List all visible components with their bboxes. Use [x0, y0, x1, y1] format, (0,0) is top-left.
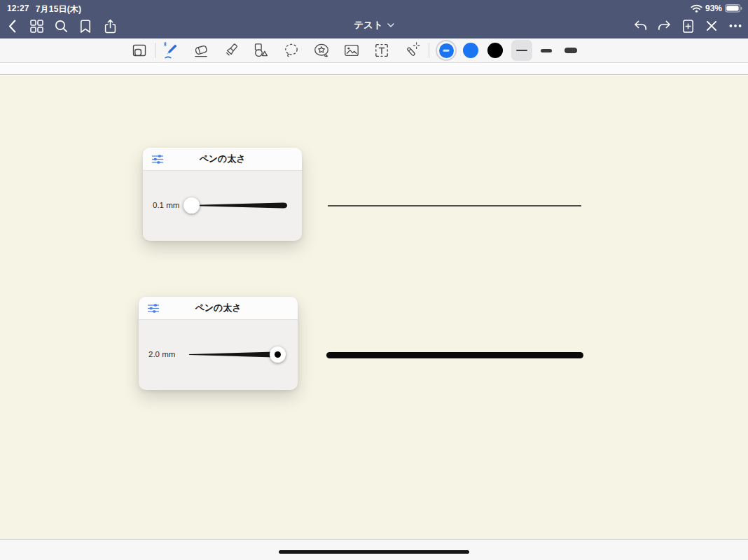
text-tool-button[interactable] [371, 40, 392, 61]
more-button[interactable] [727, 17, 744, 35]
add-page-icon [681, 19, 695, 34]
image-tool-button[interactable] [341, 40, 362, 61]
thick-stroke-icon [565, 48, 577, 53]
close-button[interactable] [703, 17, 720, 35]
color-swatch-blue[interactable] [460, 40, 481, 61]
sliders-icon [151, 154, 164, 164]
pen-icon [162, 41, 180, 59]
undo-button[interactable] [632, 17, 649, 35]
chevron-down-icon [387, 23, 394, 27]
navbar-right-group [632, 17, 744, 35]
panel-title: ペンの太さ [139, 302, 298, 314]
elements-tool-button[interactable] [311, 40, 332, 61]
toolbar-divider [155, 43, 155, 58]
lasso-tool-button[interactable] [281, 40, 302, 61]
panel-header: ペンの太さ [139, 297, 298, 320]
shapes-tool-button[interactable] [251, 40, 272, 61]
home-indicator[interactable] [279, 550, 469, 554]
pen-thickness-panel-thin: ペンの太さ 0.1 mm [143, 148, 302, 241]
pen-thickness-panel-thick: ペンの太さ 2.0 mm [139, 297, 298, 390]
image-icon [342, 41, 361, 59]
redo-button[interactable] [656, 17, 672, 35]
knob-preview-dot [275, 351, 281, 358]
panel-body: 0.1 mm [143, 171, 302, 240]
add-page-button[interactable] [679, 17, 696, 35]
document-title: テスト [354, 19, 382, 31]
zoom-window-tool-button[interactable] [129, 40, 150, 61]
drawing-canvas[interactable] [0, 76, 748, 539]
color-swatch-black[interactable] [485, 40, 506, 61]
sticker-star-icon [312, 41, 331, 59]
thickness-slider-knob[interactable] [270, 346, 286, 363]
black-color-swatch [487, 43, 503, 58]
app-screen: 12:27 7月15日(木) 93% [0, 0, 748, 560]
thickness-value: 2.0 mm [148, 350, 175, 358]
text-icon [373, 41, 391, 59]
page-top-margin [0, 64, 748, 75]
laser-pointer-icon [403, 41, 421, 59]
blue-color-swatch [439, 43, 454, 58]
swatch-dash-icon [443, 50, 450, 52]
battery-percent: 93% [705, 4, 722, 13]
highlighter-icon [222, 41, 240, 59]
navigation-bar: 12:27 7月15日(木) 93% [0, 0, 748, 38]
thickness-option-thick[interactable] [560, 40, 581, 61]
panel-title: ペンの太さ [143, 153, 302, 165]
shapes-icon [252, 41, 270, 59]
laser-pointer-tool-button[interactable] [401, 40, 422, 61]
tool-ribbon [0, 38, 748, 63]
thickness-slider-track[interactable] [189, 351, 279, 358]
pen-tool-button[interactable] [160, 40, 181, 61]
thickness-option-medium[interactable] [536, 40, 557, 61]
wifi-icon [691, 4, 702, 13]
blue-color-swatch [463, 43, 478, 58]
thickness-group [511, 40, 585, 61]
undo-icon [633, 20, 648, 31]
thickness-value: 0.1 mm [153, 201, 179, 209]
thickness-slider-track[interactable] [189, 202, 287, 209]
battery-icon [725, 4, 742, 13]
color-swatch-blue-selected[interactable] [436, 40, 457, 61]
sliders-icon [147, 303, 160, 314]
bottom-bar [0, 539, 748, 560]
thin-stroke-icon [516, 50, 527, 52]
lasso-icon [282, 41, 300, 59]
close-icon [706, 20, 717, 31]
panel-header: ペンの太さ [143, 148, 302, 171]
eraser-tool-button[interactable] [191, 40, 212, 61]
status-left: 12:27 7月15日(木) [7, 4, 81, 15]
thickness-slider-knob[interactable] [183, 197, 200, 214]
redo-icon [657, 20, 672, 31]
status-time: 12:27 [7, 4, 29, 15]
zoom-window-icon [130, 41, 148, 59]
medium-stroke-icon [541, 49, 552, 52]
thickness-option-thin[interactable] [511, 40, 532, 61]
drawn-stroke-thick [326, 352, 583, 358]
drawn-stroke-thin [328, 205, 581, 206]
panel-body: 2.0 mm [139, 320, 298, 389]
highlighter-tool-button[interactable] [221, 40, 242, 61]
ellipsis-icon [729, 24, 742, 28]
toolbar-divider [429, 43, 429, 58]
eraser-icon [192, 41, 210, 59]
status-date: 7月15日(木) [36, 4, 82, 15]
status-right: 93% [691, 4, 742, 13]
